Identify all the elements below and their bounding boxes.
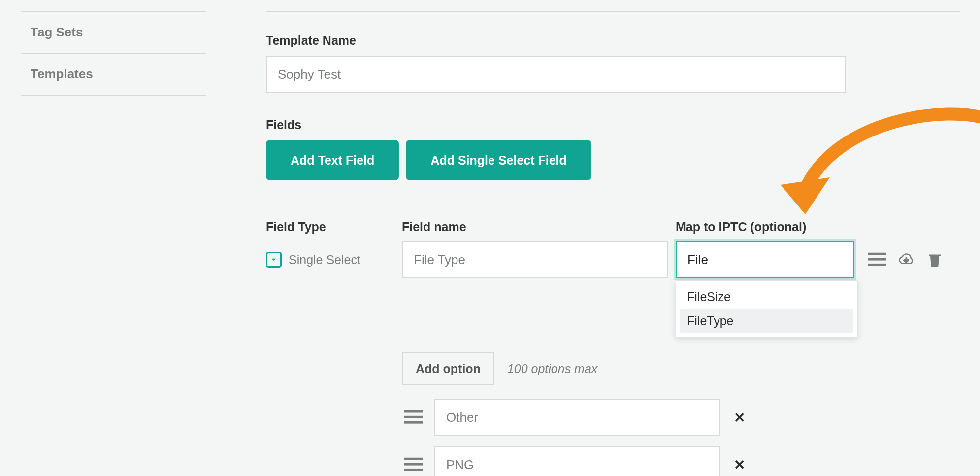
col-map-iptc: Map to IPTC (optional) [676,220,858,234]
sidebar-item-label: Tag Sets [31,25,83,39]
drag-handle-icon[interactable] [868,252,886,267]
button-label: Add Single Select Field [430,153,566,167]
iptc-dropdown: FileSize FileType [676,280,858,338]
main-column: Template Name Fields Add Text Field Add … [266,11,960,476]
add-single-select-field-button[interactable]: Add Single Select Field [406,140,591,180]
fields-button-row: Add Text Field Add Single Select Field [266,140,960,180]
options-block: Add option 100 options max ✕ ✕ ✕ [402,352,960,476]
template-name-label: Template Name [266,34,960,48]
drag-handle-icon[interactable] [404,410,423,425]
add-option-button[interactable]: Add option [402,352,494,385]
template-name-input[interactable] [266,56,846,93]
dropdown-item-label: FileSize [687,290,731,304]
col-field-name: Field name [402,220,676,234]
svg-rect-3 [404,410,423,413]
svg-rect-6 [404,458,423,460]
add-option-row: Add option 100 options max [402,352,960,385]
trash-icon[interactable] [926,251,944,269]
button-label: Add Text Field [291,153,374,167]
sidebar: Tag Sets Templates [21,11,206,96]
option-input[interactable] [434,446,720,476]
sidebar-item-tag-sets[interactable]: Tag Sets [21,11,206,53]
add-text-field-button[interactable]: Add Text Field [266,140,399,180]
option-row: ✕ [404,399,960,436]
svg-rect-1 [868,258,886,261]
field-type-cell: Single Select [266,252,402,268]
field-columns-header: Field Type Field name Map to IPTC (optio… [266,220,960,234]
options-max-hint: 100 options max [507,362,597,376]
select-type-icon [266,252,282,268]
fields-label: Fields [266,118,960,132]
svg-rect-7 [404,463,423,466]
option-row: ✕ [404,446,960,476]
field-row: Single Select FileSize FileType [266,241,960,278]
dropdown-item-label: FileType [687,314,733,328]
svg-rect-2 [868,264,886,266]
remove-option-icon[interactable]: ✕ [732,409,747,426]
dropdown-item-filesize[interactable]: FileSize [680,285,853,309]
field-type-label: Single Select [289,253,360,267]
dropdown-item-filetype[interactable]: FileType [680,309,853,333]
field-row-actions [858,251,960,269]
sidebar-item-templates[interactable]: Templates [21,53,206,96]
svg-rect-4 [404,416,423,418]
divider [266,11,960,12]
remove-option-icon[interactable]: ✕ [732,457,747,473]
drag-handle-icon[interactable] [404,457,423,472]
option-input[interactable] [434,399,720,436]
svg-rect-5 [404,421,423,424]
button-label: Add option [416,362,481,375]
svg-rect-0 [868,253,886,255]
map-to-iptc-input[interactable] [676,241,854,278]
svg-rect-8 [404,469,423,471]
cloud-download-icon[interactable] [897,251,915,269]
col-field-type: Field Type [266,220,402,234]
sidebar-item-label: Templates [31,67,93,81]
field-name-input[interactable] [402,241,668,278]
